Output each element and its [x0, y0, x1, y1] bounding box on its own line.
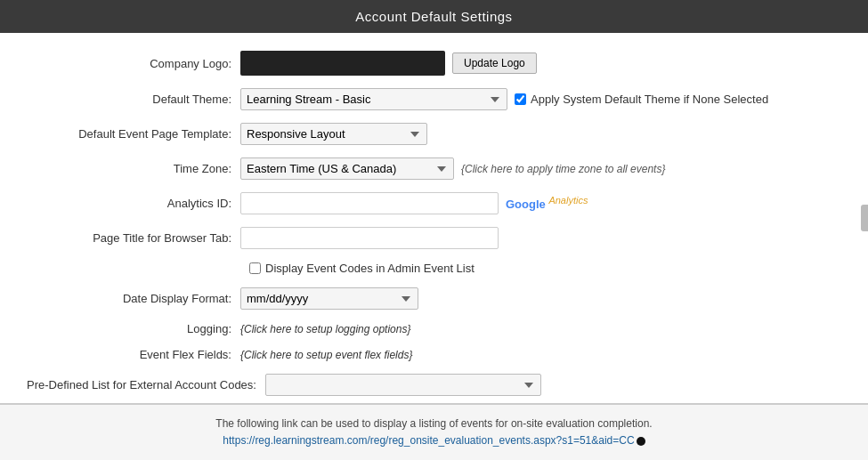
timezone-apply-link[interactable]: {Click here to apply time zone to all ev… — [461, 163, 665, 175]
display-event-codes-text: Display Event Codes in Admin Event List — [265, 262, 475, 275]
page-title-label: Page Title for Browser Tab: — [27, 231, 240, 245]
page-title: Account Default Settings — [355, 9, 512, 24]
apply-system-theme-text: Apply System Default Theme if None Selec… — [531, 93, 768, 106]
event-flex-fields-row: Event Flex Fields: {Click here to setup … — [27, 348, 841, 361]
default-theme-row: Default Theme: Learning Stream - Basic D… — [27, 88, 841, 110]
scroll-handle[interactable] — [861, 205, 868, 231]
google-analytics-badge: Google Analytics — [506, 195, 588, 211]
apply-system-theme-label: Apply System Default Theme if None Selec… — [515, 93, 768, 106]
timezone-control: Eastern Time (US & Canada) Central Time … — [240, 157, 841, 180]
default-theme-control: Learning Stream - Basic Default Modern A… — [240, 88, 841, 110]
update-logo-button[interactable]: Update Logo — [452, 52, 537, 74]
logging-control: {Click here to setup logging options} — [240, 323, 841, 335]
event-page-template-select[interactable]: Responsive Layout Classic Layout — [240, 123, 427, 145]
logging-label: Logging: — [27, 322, 240, 335]
analytics-id-input[interactable] — [240, 192, 499, 214]
footer-bar: The following link can be used to displa… — [0, 403, 868, 460]
page-title-row: Page Title for Browser Tab: — [27, 227, 841, 249]
timezone-row: Time Zone: Eastern Time (US & Canada) Ce… — [27, 157, 841, 180]
event-page-template-label: Default Event Page Template: — [27, 127, 240, 141]
footer-link[interactable]: https://reg.learningstream.com/reg/reg_o… — [223, 434, 634, 447]
event-page-template-row: Default Event Page Template: Responsive … — [27, 123, 841, 145]
company-logo-label: Company Logo: — [27, 57, 240, 70]
display-event-codes-checkbox[interactable] — [249, 262, 261, 274]
footer-link-container: https://reg.learningstream.com/reg/reg_o… — [9, 432, 859, 449]
title-bar: Account Default Settings — [0, 0, 868, 33]
event-flex-fields-control: {Click here to setup event flex fields} — [240, 349, 841, 361]
logging-setup-link[interactable]: {Click here to setup logging options} — [240, 323, 410, 335]
analytics-id-label: Analytics ID: — [27, 197, 240, 210]
event-page-template-control: Responsive Layout Classic Layout — [240, 123, 841, 145]
predefined-list-select[interactable] — [265, 374, 541, 396]
google-text: Google — [506, 198, 546, 212]
logo-preview — [240, 51, 445, 76]
page-title-input[interactable] — [240, 227, 499, 249]
display-event-codes-label: Display Event Codes in Admin Event List — [249, 262, 475, 275]
main-content: Company Logo: Update Logo Default Theme:… — [0, 33, 868, 403]
date-format-label: Date Display Format: — [27, 292, 240, 305]
display-event-codes-row: Display Event Codes in Admin Event List — [27, 262, 841, 275]
analytics-id-control: Google Analytics — [240, 192, 841, 214]
timezone-select[interactable]: Eastern Time (US & Canada) Central Time … — [240, 157, 454, 180]
company-logo-control: Update Logo — [240, 51, 841, 76]
date-format-select[interactable]: mm/dd/yyyy dd/mm/yyyy yyyy/mm/dd — [240, 287, 418, 310]
predefined-list-label: Pre-Defined List for External Account Co… — [27, 378, 265, 391]
event-flex-fields-link[interactable]: {Click here to setup event flex fields} — [240, 349, 412, 361]
company-logo-row: Company Logo: Update Logo — [27, 51, 841, 76]
analytics-id-row: Analytics ID: Google Analytics — [27, 192, 841, 214]
date-format-row: Date Display Format: mm/dd/yyyy dd/mm/yy… — [27, 287, 841, 310]
timezone-label: Time Zone: — [27, 162, 240, 175]
predefined-list-row: Pre-Defined List for External Account Co… — [27, 374, 841, 396]
date-format-control: mm/dd/yyyy dd/mm/yyyy yyyy/mm/dd — [240, 287, 841, 310]
predefined-list-control — [265, 374, 841, 396]
event-flex-fields-label: Event Flex Fields: — [27, 348, 240, 361]
apply-system-theme-checkbox[interactable] — [515, 93, 526, 105]
analytics-text: Analytics — [548, 195, 588, 206]
default-theme-label: Default Theme: — [27, 93, 240, 106]
footer-info-text: The following link can be used to displa… — [9, 416, 859, 432]
page-title-control — [240, 227, 841, 249]
logging-row: Logging: {Click here to setup logging op… — [27, 322, 841, 335]
default-theme-select[interactable]: Learning Stream - Basic Default Modern — [240, 88, 507, 110]
footer-dot-icon — [637, 437, 645, 446]
